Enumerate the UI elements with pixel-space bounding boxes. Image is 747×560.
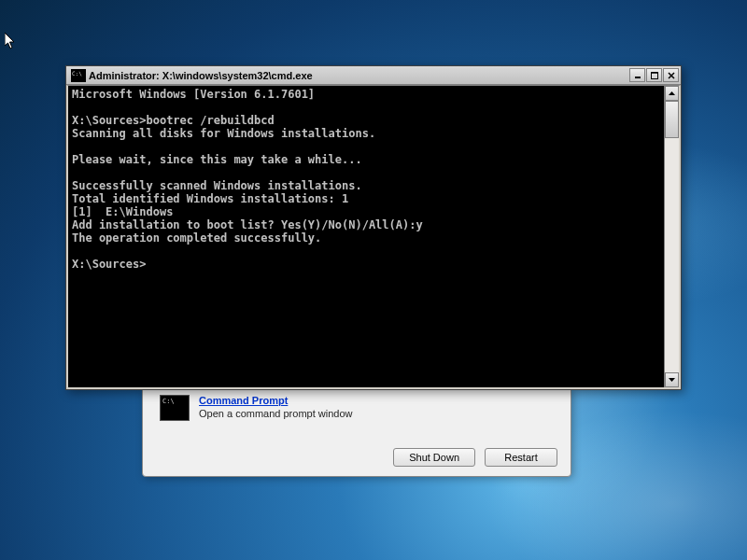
mouse-cursor xyxy=(5,33,16,49)
minimize-button[interactable] xyxy=(629,68,645,82)
svg-marker-5 xyxy=(669,91,675,95)
recovery-text-block: Command Prompt Open a command prompt win… xyxy=(199,395,352,419)
command-prompt-body: Microsoft Windows [Version 6.1.7601] X:\… xyxy=(66,85,681,389)
recovery-button-bar: Shut Down Restart xyxy=(393,448,557,467)
command-prompt-link[interactable]: Command Prompt xyxy=(199,395,352,406)
scroll-down-button[interactable] xyxy=(665,372,679,387)
svg-marker-6 xyxy=(669,378,675,382)
recovery-item: Command Prompt Open a command prompt win… xyxy=(143,389,571,423)
window-title: Administrator: X:\windows\system32\cmd.e… xyxy=(89,70,629,81)
maximize-button[interactable] xyxy=(646,68,662,82)
terminal-output[interactable]: Microsoft Windows [Version 6.1.7601] X:\… xyxy=(68,86,664,387)
window-control-buttons xyxy=(629,68,679,82)
close-button[interactable] xyxy=(663,68,679,82)
scroll-thumb[interactable] xyxy=(665,101,679,138)
command-prompt-window: Administrator: X:\windows\system32\cmd.e… xyxy=(65,65,682,390)
restart-button[interactable]: Restart xyxy=(485,448,557,467)
vertical-scrollbar xyxy=(664,86,679,387)
scroll-track[interactable] xyxy=(665,101,679,372)
command-prompt-icon xyxy=(160,395,190,421)
command-prompt-description: Open a command prompt window xyxy=(199,408,352,419)
titlebar[interactable]: Administrator: X:\windows\system32\cmd.e… xyxy=(66,66,681,85)
recovery-options-window: Command Prompt Open a command prompt win… xyxy=(142,388,571,477)
shutdown-button[interactable]: Shut Down xyxy=(393,448,475,467)
window-icon xyxy=(71,69,86,82)
scroll-up-button[interactable] xyxy=(665,86,679,101)
